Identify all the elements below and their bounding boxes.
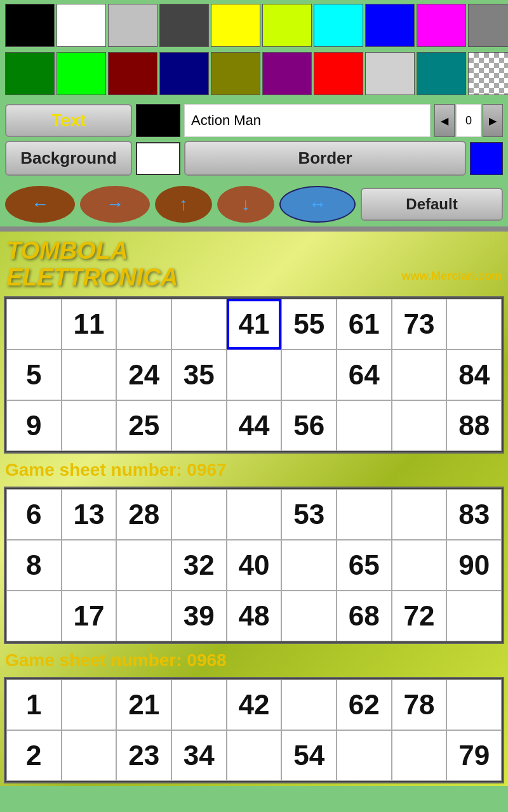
game-content: TOMBOLA ELETTRONICA www.Merciari.com 11 … [0, 232, 508, 783]
card-grid-2: 6 13 28 53 83 8 32 40 65 90 [5, 488, 503, 643]
game-section: TOMBOLA ELETTRONICA www.Merciari.com 11 … [0, 232, 508, 786]
arrows-row: ← → ↑ ↓ ↔ Default [0, 182, 508, 226]
move-down-button[interactable]: ↓ [217, 186, 274, 223]
color-yellow[interactable] [211, 4, 260, 47]
color-white[interactable] [57, 4, 106, 47]
cell-s2-2-3 [116, 540, 171, 591]
cell-s2-3-6 [281, 591, 337, 641]
color-gray[interactable] [468, 4, 508, 47]
cell-2-7: 64 [337, 350, 392, 400]
color-teal[interactable] [417, 52, 466, 95]
cell-s2-2-7: 65 [337, 540, 392, 591]
card-grid-3: 1 21 42 62 78 2 23 34 54 79 [5, 678, 503, 782]
cell-1-5: 41 [227, 299, 282, 350]
move-up-button[interactable]: ↑ [155, 186, 212, 223]
move-horizontal-button[interactable]: ↔ [279, 186, 356, 223]
color-red[interactable] [314, 52, 363, 95]
tombola-title-line1: TOMBOLA [6, 238, 502, 265]
right-arrow-icon: → [106, 194, 124, 214]
cell-s3-1-9 [446, 679, 502, 730]
cell-s2-1-9: 83 [446, 489, 502, 540]
color-magenta[interactable] [417, 4, 466, 47]
cell-s3-1-4 [171, 679, 227, 730]
color-palette-row2 [3, 51, 505, 96]
cell-s3-2-3: 23 [116, 730, 171, 781]
sheet1-label: Game sheet number: 0967 [0, 456, 508, 484]
cell-1-4 [171, 299, 227, 350]
cell-s2-1-5 [227, 489, 282, 540]
card-grid-1: 11 41 55 61 73 5 24 35 64 84 9 [5, 298, 503, 452]
cell-3-1: 9 [6, 400, 62, 451]
game-sheet-1: 11 41 55 61 73 5 24 35 64 84 9 [4, 296, 504, 454]
cell-2-1: 5 [6, 350, 62, 400]
cell-1-3 [116, 299, 171, 350]
left-arrow-icon: ← [31, 194, 49, 214]
cell-s3-2-2 [62, 730, 117, 781]
cell-s2-3-2: 17 [62, 591, 117, 641]
font-size-decrease-button[interactable]: ◀ [434, 104, 455, 137]
cell-s3-2-4: 34 [171, 730, 227, 781]
background-button[interactable]: Background [5, 141, 132, 176]
cell-3-8 [392, 400, 447, 451]
cell-s2-2-6 [281, 540, 337, 591]
move-left-button[interactable]: ← [5, 186, 75, 223]
border-color-swatch[interactable] [470, 142, 503, 175]
cell-s3-1-8: 78 [392, 679, 447, 730]
cell-s2-1-4 [171, 489, 227, 540]
text-button[interactable]: Text [5, 104, 132, 137]
cell-s2-2-5: 40 [227, 540, 282, 591]
default-button[interactable]: Default [361, 188, 503, 221]
cell-1-8: 73 [392, 299, 447, 350]
background-color-swatch[interactable] [136, 142, 180, 175]
cell-s2-1-8 [392, 489, 447, 540]
font-size-increase-button[interactable]: ▶ [483, 104, 503, 137]
color-yellow-green[interactable] [262, 4, 312, 47]
cell-s2-2-9: 90 [446, 540, 502, 591]
color-blue[interactable] [365, 4, 415, 47]
color-light-gray[interactable] [108, 4, 157, 47]
color-cyan[interactable] [314, 4, 363, 47]
tombola-title-area: TOMBOLA ELETTRONICA [0, 232, 508, 294]
cell-s2-2-8 [392, 540, 447, 591]
cell-s3-2-1: 2 [6, 730, 62, 781]
font-size-display: 0 [456, 104, 481, 137]
color-green[interactable] [5, 52, 55, 95]
cell-s3-1-2 [62, 679, 117, 730]
color-olive[interactable] [211, 52, 260, 95]
border-button[interactable]: Border [184, 141, 466, 176]
cell-s3-2-8 [392, 730, 447, 781]
cell-s2-1-3: 28 [116, 489, 171, 540]
cell-s2-1-7 [337, 489, 392, 540]
cell-3-4 [171, 400, 227, 451]
cell-s2-1-1: 6 [6, 489, 62, 540]
down-arrow-icon: ↓ [241, 194, 250, 214]
cell-3-2 [62, 400, 117, 451]
cell-3-5: 44 [227, 400, 282, 451]
cell-s3-2-7 [337, 730, 392, 781]
sheet2-label: Game sheet number: 0968 [0, 646, 508, 674]
cell-s3-2-6: 54 [281, 730, 337, 781]
game-header: TOMBOLA ELETTRONICA www.Merciari.com [0, 232, 508, 294]
cell-2-2 [62, 350, 117, 400]
cell-s2-3-1 [6, 591, 62, 641]
up-arrow-icon: ↑ [179, 194, 188, 214]
color-dark-gray[interactable] [159, 4, 209, 47]
color-purple[interactable] [262, 52, 312, 95]
move-right-button[interactable]: → [80, 186, 150, 223]
color-checker[interactable] [468, 52, 508, 95]
cell-1-7: 61 [337, 299, 392, 350]
text-controls-row: Text ◀ 0 ▶ [5, 104, 503, 137]
color-black[interactable] [5, 4, 55, 47]
cell-s2-2-1: 8 [6, 540, 62, 591]
font-name-input[interactable] [184, 104, 431, 137]
cell-s3-1-1: 1 [6, 679, 62, 730]
text-color-swatch[interactable] [136, 104, 180, 137]
color-dark-red[interactable] [108, 52, 157, 95]
color-navy[interactable] [159, 52, 209, 95]
cell-2-4: 35 [171, 350, 227, 400]
cell-1-6: 55 [281, 299, 337, 350]
cell-s2-3-8: 72 [392, 591, 447, 641]
cell-1-9 [446, 299, 502, 350]
color-lime[interactable] [57, 52, 106, 95]
color-silver[interactable] [365, 52, 415, 95]
